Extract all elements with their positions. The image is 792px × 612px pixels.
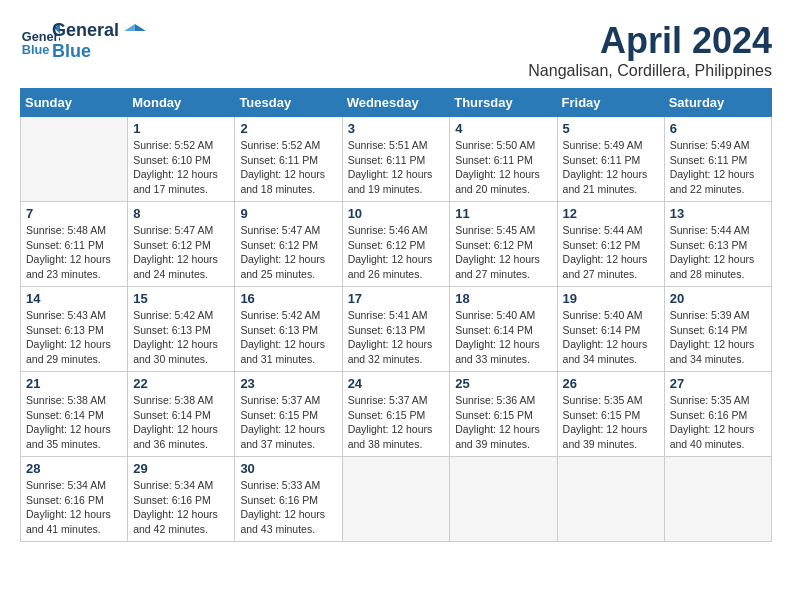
week-row-2: 7Sunrise: 5:48 AM Sunset: 6:11 PM Daylig… xyxy=(21,202,772,287)
day-info: Sunrise: 5:45 AM Sunset: 6:12 PM Dayligh… xyxy=(455,223,551,282)
week-row-5: 28Sunrise: 5:34 AM Sunset: 6:16 PM Dayli… xyxy=(21,457,772,542)
calendar-cell xyxy=(557,457,664,542)
svg-marker-4 xyxy=(135,24,146,31)
day-number: 11 xyxy=(455,206,551,221)
weekday-header-thursday: Thursday xyxy=(450,89,557,117)
day-number: 3 xyxy=(348,121,445,136)
day-number: 23 xyxy=(240,376,336,391)
calendar-cell: 15Sunrise: 5:42 AM Sunset: 6:13 PM Dayli… xyxy=(128,287,235,372)
calendar-cell: 18Sunrise: 5:40 AM Sunset: 6:14 PM Dayli… xyxy=(450,287,557,372)
day-number: 26 xyxy=(563,376,659,391)
day-number: 4 xyxy=(455,121,551,136)
week-row-1: 1Sunrise: 5:52 AM Sunset: 6:10 PM Daylig… xyxy=(21,117,772,202)
day-info: Sunrise: 5:36 AM Sunset: 6:15 PM Dayligh… xyxy=(455,393,551,452)
day-info: Sunrise: 5:33 AM Sunset: 6:16 PM Dayligh… xyxy=(240,478,336,537)
day-info: Sunrise: 5:49 AM Sunset: 6:11 PM Dayligh… xyxy=(670,138,766,197)
day-info: Sunrise: 5:52 AM Sunset: 6:10 PM Dayligh… xyxy=(133,138,229,197)
day-info: Sunrise: 5:50 AM Sunset: 6:11 PM Dayligh… xyxy=(455,138,551,197)
calendar-cell: 7Sunrise: 5:48 AM Sunset: 6:11 PM Daylig… xyxy=(21,202,128,287)
day-number: 20 xyxy=(670,291,766,306)
calendar-cell: 19Sunrise: 5:40 AM Sunset: 6:14 PM Dayli… xyxy=(557,287,664,372)
calendar-cell: 10Sunrise: 5:46 AM Sunset: 6:12 PM Dayli… xyxy=(342,202,450,287)
day-info: Sunrise: 5:39 AM Sunset: 6:14 PM Dayligh… xyxy=(670,308,766,367)
calendar-cell: 20Sunrise: 5:39 AM Sunset: 6:14 PM Dayli… xyxy=(664,287,771,372)
weekday-header-wednesday: Wednesday xyxy=(342,89,450,117)
weekday-header-monday: Monday xyxy=(128,89,235,117)
calendar-cell: 28Sunrise: 5:34 AM Sunset: 6:16 PM Dayli… xyxy=(21,457,128,542)
day-info: Sunrise: 5:37 AM Sunset: 6:15 PM Dayligh… xyxy=(240,393,336,452)
day-info: Sunrise: 5:44 AM Sunset: 6:13 PM Dayligh… xyxy=(670,223,766,282)
calendar-cell: 6Sunrise: 5:49 AM Sunset: 6:11 PM Daylig… xyxy=(664,117,771,202)
logo-general: General xyxy=(52,20,146,41)
calendar-cell: 25Sunrise: 5:36 AM Sunset: 6:15 PM Dayli… xyxy=(450,372,557,457)
weekday-header-sunday: Sunday xyxy=(21,89,128,117)
calendar-cell: 23Sunrise: 5:37 AM Sunset: 6:15 PM Dayli… xyxy=(235,372,342,457)
day-number: 30 xyxy=(240,461,336,476)
calendar-cell: 16Sunrise: 5:42 AM Sunset: 6:13 PM Dayli… xyxy=(235,287,342,372)
day-info: Sunrise: 5:47 AM Sunset: 6:12 PM Dayligh… xyxy=(133,223,229,282)
calendar-cell: 14Sunrise: 5:43 AM Sunset: 6:13 PM Dayli… xyxy=(21,287,128,372)
bird-icon xyxy=(124,24,146,38)
day-info: Sunrise: 5:51 AM Sunset: 6:11 PM Dayligh… xyxy=(348,138,445,197)
location-title: Nangalisan, Cordillera, Philippines xyxy=(528,62,772,80)
day-number: 25 xyxy=(455,376,551,391)
weekday-header-friday: Friday xyxy=(557,89,664,117)
day-info: Sunrise: 5:52 AM Sunset: 6:11 PM Dayligh… xyxy=(240,138,336,197)
day-info: Sunrise: 5:49 AM Sunset: 6:11 PM Dayligh… xyxy=(563,138,659,197)
calendar-cell: 3Sunrise: 5:51 AM Sunset: 6:11 PM Daylig… xyxy=(342,117,450,202)
calendar-cell: 30Sunrise: 5:33 AM Sunset: 6:16 PM Dayli… xyxy=(235,457,342,542)
calendar-cell: 8Sunrise: 5:47 AM Sunset: 6:12 PM Daylig… xyxy=(128,202,235,287)
calendar-cell: 29Sunrise: 5:34 AM Sunset: 6:16 PM Dayli… xyxy=(128,457,235,542)
calendar-cell: 26Sunrise: 5:35 AM Sunset: 6:15 PM Dayli… xyxy=(557,372,664,457)
calendar-cell xyxy=(664,457,771,542)
calendar-cell: 4Sunrise: 5:50 AM Sunset: 6:11 PM Daylig… xyxy=(450,117,557,202)
day-number: 7 xyxy=(26,206,122,221)
calendar-cell: 13Sunrise: 5:44 AM Sunset: 6:13 PM Dayli… xyxy=(664,202,771,287)
day-number: 2 xyxy=(240,121,336,136)
day-info: Sunrise: 5:46 AM Sunset: 6:12 PM Dayligh… xyxy=(348,223,445,282)
day-number: 18 xyxy=(455,291,551,306)
calendar-cell: 5Sunrise: 5:49 AM Sunset: 6:11 PM Daylig… xyxy=(557,117,664,202)
day-number: 16 xyxy=(240,291,336,306)
day-number: 8 xyxy=(133,206,229,221)
day-number: 6 xyxy=(670,121,766,136)
day-info: Sunrise: 5:42 AM Sunset: 6:13 PM Dayligh… xyxy=(240,308,336,367)
day-number: 1 xyxy=(133,121,229,136)
calendar-cell xyxy=(450,457,557,542)
day-info: Sunrise: 5:42 AM Sunset: 6:13 PM Dayligh… xyxy=(133,308,229,367)
calendar-cell: 2Sunrise: 5:52 AM Sunset: 6:11 PM Daylig… xyxy=(235,117,342,202)
month-title: April 2024 xyxy=(528,20,772,62)
day-info: Sunrise: 5:37 AM Sunset: 6:15 PM Dayligh… xyxy=(348,393,445,452)
day-info: Sunrise: 5:34 AM Sunset: 6:16 PM Dayligh… xyxy=(133,478,229,537)
logo: General Blue General Blue xyxy=(20,20,146,61)
day-info: Sunrise: 5:38 AM Sunset: 6:14 PM Dayligh… xyxy=(133,393,229,452)
day-number: 10 xyxy=(348,206,445,221)
day-number: 15 xyxy=(133,291,229,306)
day-number: 21 xyxy=(26,376,122,391)
calendar-cell: 9Sunrise: 5:47 AM Sunset: 6:12 PM Daylig… xyxy=(235,202,342,287)
logo-blue: Blue xyxy=(52,41,146,62)
day-number: 22 xyxy=(133,376,229,391)
calendar-cell xyxy=(21,117,128,202)
calendar-cell xyxy=(342,457,450,542)
calendar-cell: 1Sunrise: 5:52 AM Sunset: 6:10 PM Daylig… xyxy=(128,117,235,202)
day-info: Sunrise: 5:41 AM Sunset: 6:13 PM Dayligh… xyxy=(348,308,445,367)
day-info: Sunrise: 5:38 AM Sunset: 6:14 PM Dayligh… xyxy=(26,393,122,452)
calendar-cell: 24Sunrise: 5:37 AM Sunset: 6:15 PM Dayli… xyxy=(342,372,450,457)
calendar-cell: 27Sunrise: 5:35 AM Sunset: 6:16 PM Dayli… xyxy=(664,372,771,457)
day-info: Sunrise: 5:35 AM Sunset: 6:16 PM Dayligh… xyxy=(670,393,766,452)
calendar-cell: 12Sunrise: 5:44 AM Sunset: 6:12 PM Dayli… xyxy=(557,202,664,287)
weekday-header-tuesday: Tuesday xyxy=(235,89,342,117)
day-info: Sunrise: 5:35 AM Sunset: 6:15 PM Dayligh… xyxy=(563,393,659,452)
weekday-header-saturday: Saturday xyxy=(664,89,771,117)
title-area: April 2024 Nangalisan, Cordillera, Phili… xyxy=(528,20,772,80)
calendar-cell: 22Sunrise: 5:38 AM Sunset: 6:14 PM Dayli… xyxy=(128,372,235,457)
day-info: Sunrise: 5:48 AM Sunset: 6:11 PM Dayligh… xyxy=(26,223,122,282)
svg-marker-5 xyxy=(124,24,135,31)
svg-text:Blue: Blue xyxy=(22,41,50,56)
calendar-table: SundayMondayTuesdayWednesdayThursdayFrid… xyxy=(20,88,772,542)
day-number: 19 xyxy=(563,291,659,306)
day-number: 29 xyxy=(133,461,229,476)
day-number: 17 xyxy=(348,291,445,306)
day-info: Sunrise: 5:44 AM Sunset: 6:12 PM Dayligh… xyxy=(563,223,659,282)
